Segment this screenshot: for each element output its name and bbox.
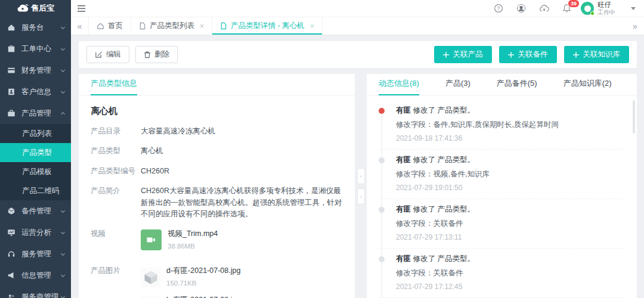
chevron-down-icon: [61, 272, 65, 277]
expand-right-panel-icon[interactable]: ›: [357, 188, 365, 204]
right-panel-tabs: 动态信息(8) 产品(3) 产品备件(5) 产品知识库(2): [367, 74, 637, 96]
sidebar-item-spare-parts[interactable]: 备件管理: [0, 200, 71, 222]
sidebar-item-service-desk[interactable]: 服务台: [0, 17, 71, 38]
product-type-title: 离心机: [91, 105, 343, 117]
sidebar-item-service-mgmt[interactable]: 服务管理: [0, 243, 71, 265]
video-file-item[interactable]: 视频_Trim.mp4 38.86MB: [141, 228, 218, 252]
detail-panels: 产品类型信息 离心机 产品目录 大容量高速冷冻离心机 产品类型 离心机: [79, 74, 637, 298]
submenu-item-product-template[interactable]: 产品模板: [0, 162, 71, 181]
delete-button[interactable]: 删除: [135, 46, 178, 63]
user-avatar: [581, 2, 594, 15]
app-logo: 售后宝: [0, 0, 71, 17]
image-thumbnail: [141, 268, 160, 287]
product-type-info-body: 离心机 产品目录 大容量高速冷冻离心机 产品类型 离心机 产品类型编号 CH26…: [79, 96, 355, 298]
image-file-item[interactable]: b-有匪-2021-07-08.jpg 199.87KB: [141, 294, 242, 298]
chevron-down-icon: [61, 46, 65, 50]
user-menu-caret-icon[interactable]: [631, 7, 636, 10]
page-content: 编辑 删除 关联产品 关联备件 关联知识库: [71, 35, 644, 298]
cloud-wrench-logo-icon: [17, 4, 29, 13]
chevron-down-icon: [61, 67, 65, 72]
sidebar-item-information[interactable]: 信息管理: [0, 265, 71, 286]
timeline-dot: [379, 157, 385, 163]
sidebar-item-providers[interactable]: 服务商管理: [0, 286, 71, 298]
collapse-menu-icon[interactable]: [77, 5, 86, 13]
help-icon[interactable]: ?: [494, 4, 503, 13]
main-area: ? 39 旺仔 工作中: [71, 0, 644, 298]
chevron-down-icon: [61, 89, 65, 93]
link-product-button[interactable]: 关联产品: [434, 46, 492, 63]
left-panel-tabs: 产品类型信息: [79, 74, 355, 96]
tab-product-type-detail[interactable]: 产品类型详情 - 离心机 ×: [212, 17, 323, 35]
home-icon: [7, 23, 16, 32]
detail-toolbar: 编辑 删除 关联产品 关联备件 关联知识库: [79, 41, 637, 68]
close-tab-icon[interactable]: ×: [310, 22, 314, 30]
timeline-dot: [379, 207, 385, 213]
user-menu[interactable]: 旺仔 工作中: [581, 1, 615, 15]
clipboard-icon: [7, 45, 16, 54]
edit-pencil-icon: [95, 51, 103, 58]
product-type-info-panel: 产品类型信息 离心机 产品目录 大容量高速冷冻离心机 产品类型 离心机: [79, 74, 355, 298]
timeline-timestamp: 2021-07-29 17:13:11: [396, 233, 625, 241]
edit-button[interactable]: 编辑: [86, 46, 129, 63]
monitor-chart-icon: [7, 228, 16, 237]
submenu-item-product-type[interactable]: 产品类型: [0, 143, 71, 162]
cloud-download-icon[interactable]: [539, 4, 549, 13]
megaphone-icon: [7, 271, 16, 280]
chevron-down-icon: [61, 208, 65, 212]
chevron-up-icon: [61, 112, 65, 116]
close-tab-icon[interactable]: ×: [200, 22, 204, 30]
headset-icon: [7, 250, 16, 259]
timeline-timestamp: 2021-07-29 17:12:45: [396, 283, 625, 291]
support-agent-icon[interactable]: [516, 4, 526, 13]
timeline-dot-red: [379, 108, 385, 114]
field-product-images: 产品图片 d-有匪-2021-07-08.jpg 150.71KB: [91, 265, 343, 298]
submenu-item-product-list[interactable]: 产品列表: [0, 124, 71, 143]
submenu-item-product-qrcode[interactable]: 产品二维码: [0, 181, 71, 200]
timeline-entry: 有匪 修改了 产品类型。 修改字段：关联备件 2021-07-29 17:13:…: [379, 199, 625, 249]
chevron-down-icon: [61, 24, 65, 29]
tabs-scroll-right-icon[interactable]: »: [626, 17, 644, 35]
app-title: 售后宝: [31, 3, 54, 14]
link-knowledgebase-button[interactable]: 关联知识库: [564, 46, 630, 63]
tab-spare-parts[interactable]: 产品备件(5): [497, 78, 537, 95]
sidebar-item-finance[interactable]: 财务管理: [0, 60, 71, 81]
timeline-entry: 有匪 修改了 产品类型。 修改字段：视频,备件,知识库 2021-07-29 1…: [379, 150, 625, 199]
tab-products[interactable]: 产品(3): [445, 78, 470, 95]
plus-icon: [508, 52, 514, 58]
tab-product-type-list[interactable]: 产品类型列表 ×: [131, 17, 212, 35]
sidebar-item-analytics[interactable]: 运营分析: [0, 222, 71, 243]
panel-splitter: ‹ ›: [355, 74, 367, 298]
online-status-dot: [590, 11, 595, 15]
page-tabs-bar: « 首页 产品类型列表 × 产品类型详情 - 离心机 × »: [71, 17, 644, 35]
tab-activity[interactable]: 动态信息(8): [379, 78, 419, 95]
sidebar-item-products[interactable]: 产品管理: [0, 103, 71, 124]
timeline-entry: 有匪 修改了 产品类型。 修改字段：关联备件 2021-07-29 17:12:…: [379, 249, 625, 298]
timeline-timestamp: 2021-07-29 19:01:50: [396, 184, 625, 192]
sidebar-item-customers[interactable]: 客户信息: [0, 81, 71, 103]
chevron-down-icon: [61, 294, 65, 298]
tab-product-type-info[interactable]: 产品类型信息: [91, 78, 137, 95]
chevron-down-icon: [61, 229, 65, 234]
tab-knowledgebase[interactable]: 产品知识库(2): [564, 78, 612, 95]
notification-bell-icon[interactable]: 39: [562, 4, 571, 13]
image-file-item[interactable]: d-有匪-2021-07-08.jpg 150.71KB: [141, 265, 242, 288]
timeline-timestamp: 2021-09-18 17:41:36: [396, 134, 625, 142]
notification-count-badge: 39: [568, 0, 580, 8]
timeline-dot: [379, 256, 385, 262]
people-icon: [7, 293, 16, 298]
scrollbar-thumb[interactable]: [633, 100, 635, 134]
user-status: 工作中: [597, 9, 615, 15]
field-product-type: 产品类型 离心机: [91, 145, 343, 157]
briefcase-icon: [7, 109, 16, 118]
top-header: ? 39 旺仔 工作中: [71, 0, 644, 17]
timeline-entry: 有匪 修改了 产品类型。 修改字段：备件,知识库,质保期时长,质保起算时间 20…: [379, 100, 625, 150]
tab-home[interactable]: 首页: [89, 17, 131, 35]
link-sparepart-button[interactable]: 关联备件: [499, 46, 557, 63]
field-product-catalog: 产品目录 大容量高速冷冻离心机: [91, 126, 343, 137]
sidebar-item-work-orders[interactable]: 工单中心: [0, 38, 71, 60]
document-icon: [139, 22, 146, 30]
app-window: 售后宝 服务台 工单中心 财务管理 客户信息: [0, 0, 644, 298]
video-thumbnail-icon: [141, 229, 162, 250]
tabs-scroll-left-icon[interactable]: «: [71, 17, 89, 35]
collapse-left-panel-icon[interactable]: ‹: [357, 168, 365, 184]
